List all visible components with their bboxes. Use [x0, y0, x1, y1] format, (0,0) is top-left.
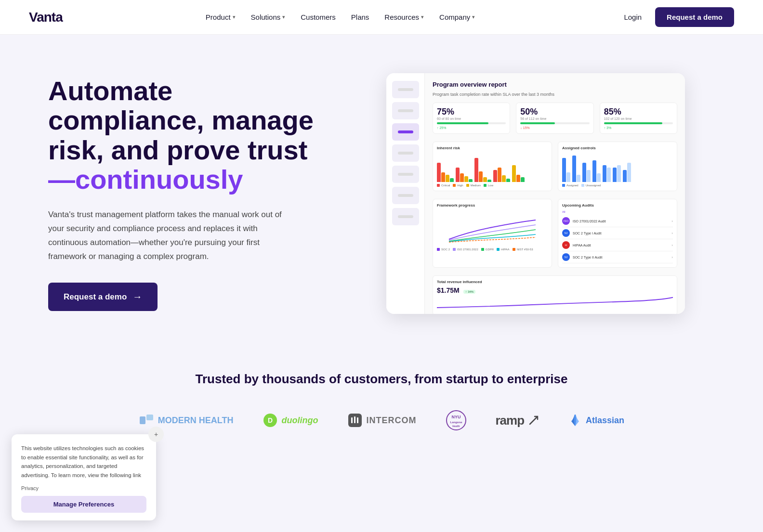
logo-intercom: INTERCOM	[347, 413, 417, 428]
navbar: Vanta Product ▾ Solutions ▾ Customers Pl…	[0, 0, 763, 35]
charts-row: Inherent risk	[433, 142, 677, 191]
modern-health-icon	[139, 413, 154, 428]
audit-item-4: S2 SOC 2 Type II Audit ›	[562, 251, 673, 263]
svg-rect-7	[357, 417, 358, 423]
framework-line-chart	[437, 210, 548, 244]
nyu-icon: NYU Langone Health	[446, 410, 467, 431]
dashboard-preview: Program overview report Program task com…	[347, 73, 724, 314]
framework-progress-title: Framework progress	[437, 203, 548, 208]
progress-section: 75% 60 of 80 on time ↑ 25% 50% 56 of 112…	[433, 103, 677, 134]
hero-cta-button[interactable]: Request a demo →	[48, 283, 158, 311]
atlassian-icon	[568, 414, 582, 427]
logo-duolingo: D duolingo	[263, 413, 318, 428]
revenue-change-badge: ↑ 34%	[463, 290, 475, 294]
nav-product[interactable]: Product ▾	[200, 9, 241, 25]
nav-customers[interactable]: Customers	[295, 9, 342, 25]
chevron-down-icon: ▾	[421, 14, 424, 20]
assigned-controls-chart: Assigned controls	[558, 142, 677, 191]
revenue-amount: $1.75M	[437, 286, 460, 294]
sidebar-item	[392, 81, 419, 98]
ramp-icon	[528, 415, 539, 426]
logo-modern-health: MODERN HEALTH	[139, 413, 234, 428]
nav-links: Product ▾ Solutions ▾ Customers Plans Re…	[200, 9, 481, 25]
brand-logo: Vanta	[29, 10, 63, 25]
nav-actions: Login Request a demo	[618, 7, 734, 27]
nav-solutions[interactable]: Solutions ▾	[245, 9, 291, 25]
upcoming-audits-card: Upcoming Audits All ISO ISO 27001/2022 A…	[558, 199, 677, 268]
svg-rect-5	[351, 417, 353, 423]
chevron-down-icon: ▾	[472, 14, 475, 20]
cookie-text: This website utilizes technologies such …	[21, 444, 146, 450]
svg-text:D: D	[267, 416, 272, 424]
progress-card-3: 85% 102 of 120 on time ↑ 3%	[600, 103, 677, 134]
dashboard-subtitle: Program task completion rate within SLA …	[433, 92, 677, 97]
sidebar-item	[392, 102, 419, 119]
sidebar-item	[392, 208, 419, 225]
dashboard-sidebar	[386, 73, 425, 314]
dashboard-title: Program overview report	[433, 81, 677, 88]
logo-nyu-langone: NYU Langone Health	[446, 410, 467, 431]
assigned-controls-title: Assigned controls	[562, 146, 673, 150]
logo-atlassian: Atlassian	[568, 414, 624, 427]
svg-rect-6	[354, 416, 355, 423]
nav-company[interactable]: Company ▾	[434, 9, 481, 25]
inherent-risk-legend: Critical High Medium	[437, 184, 548, 187]
framework-section: Framework progress SOC 2 ISO 27001:2022 …	[433, 199, 677, 268]
progress-card-1: 75% 60 of 80 on time ↑ 25%	[433, 103, 510, 134]
hero-title: Automate compliance, manage risk, and pr…	[48, 76, 328, 195]
chevron-down-icon: ▾	[282, 14, 285, 20]
arrow-right-icon: →	[132, 291, 142, 302]
hero-content: Automate compliance, manage risk, and pr…	[48, 76, 328, 311]
sidebar-item	[392, 187, 419, 204]
intercom-icon	[347, 413, 363, 428]
inherent-risk-chart: Inherent risk	[433, 142, 552, 191]
bar-chart-assigned-controls	[562, 153, 673, 182]
cookie-banner: + This website utilizes technologies suc…	[12, 434, 156, 450]
svg-rect-0	[140, 416, 145, 424]
login-button[interactable]: Login	[618, 9, 647, 25]
trusted-title: Trusted by thousands of customers, from …	[39, 372, 724, 387]
framework-progress-card: Framework progress SOC 2 ISO 27001:2022 …	[433, 199, 552, 268]
audit-item-2: S2 SOC 2 Type I Audit ›	[562, 227, 673, 239]
svg-rect-1	[146, 415, 153, 420]
chevron-down-icon: ▾	[233, 14, 236, 20]
audit-item-1: ISO ISO 27001/2022 Audit ›	[562, 215, 673, 227]
svg-text:Health: Health	[452, 425, 460, 428]
framework-legend: SOC 2 ISO 27001:2022 GDPR HIPAA NIST #50…	[437, 248, 548, 251]
sidebar-item	[392, 144, 419, 162]
nav-resources[interactable]: Resources ▾	[379, 9, 430, 25]
progress-card-2: 50% 56 of 112 on time ↓ 15%	[516, 103, 593, 134]
bar-chart-inherent-risk	[437, 153, 548, 182]
audit-item-3: H HIPAA Audit ›	[562, 239, 673, 251]
inherent-risk-title: Inherent risk	[437, 146, 548, 150]
svg-text:NYU: NYU	[451, 415, 460, 419]
assigned-controls-legend: Assigned Unassigned	[562, 184, 673, 187]
hero-subtitle: Vanta's trust management platform takes …	[48, 208, 289, 264]
duolingo-icon: D	[263, 413, 278, 428]
revenue-title: Total revenue influenced	[437, 280, 673, 284]
revenue-line-chart	[437, 295, 673, 309]
hero-section: Automate compliance, manage risk, and pr…	[0, 35, 763, 343]
dashboard-main: Program overview report Program task com…	[425, 73, 685, 314]
dashboard-card: Program overview report Program task com…	[386, 73, 685, 314]
logos-row: MODERN HEALTH D duolingo INTERCOM NYU La…	[39, 410, 724, 431]
upcoming-audits-title: Upcoming Audits	[562, 203, 673, 208]
sidebar-item-reports	[392, 123, 419, 141]
sidebar-item	[392, 166, 419, 183]
nav-plans[interactable]: Plans	[345, 9, 375, 25]
logo-ramp: ramp	[496, 413, 540, 428]
revenue-card: Total revenue influenced $1.75M ↑ 34%	[433, 275, 677, 314]
svg-text:Langone: Langone	[450, 421, 462, 424]
request-demo-button[interactable]: Request a demo	[655, 7, 734, 27]
